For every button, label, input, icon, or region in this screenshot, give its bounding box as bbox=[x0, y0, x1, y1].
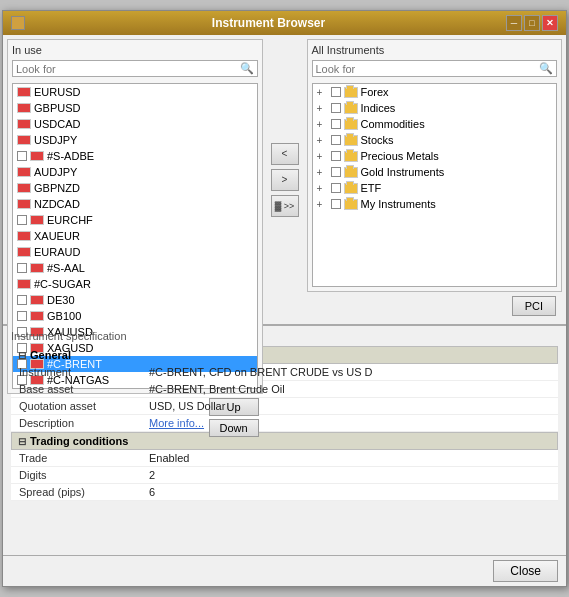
list-item[interactable]: GBPNZD bbox=[13, 180, 257, 196]
tree-checkbox[interactable] bbox=[331, 183, 341, 193]
maximize-button[interactable]: □ bbox=[524, 15, 540, 31]
list-item[interactable]: #S-ADBE bbox=[13, 148, 257, 164]
all-instruments-search-input[interactable] bbox=[316, 63, 540, 75]
move-all-button[interactable]: ▓ >> bbox=[271, 195, 299, 217]
tree-item[interactable]: +My Instruments bbox=[313, 196, 557, 212]
tree-item[interactable]: +Commodities bbox=[313, 116, 557, 132]
flag-icon bbox=[17, 279, 31, 289]
tree-item[interactable]: +Precious Metals bbox=[313, 148, 557, 164]
base-asset-value: #C-BRENT, Brent Crude Oil bbox=[141, 381, 558, 398]
list-item[interactable]: XAUEUR bbox=[13, 228, 257, 244]
tree-expand-icon: + bbox=[317, 103, 329, 114]
in-use-search-box: 🔍 bbox=[12, 60, 258, 77]
list-item[interactable]: EURUSD bbox=[13, 84, 257, 100]
in-use-search-icon: 🔍 bbox=[240, 62, 254, 75]
tree-item-label: ETF bbox=[361, 182, 382, 194]
folder-icon bbox=[344, 167, 358, 178]
tree-item[interactable]: +ETF bbox=[313, 180, 557, 196]
list-item[interactable]: DE30 bbox=[13, 292, 257, 308]
tree-expand-icon: + bbox=[317, 87, 329, 98]
tree-expand-icon: + bbox=[317, 135, 329, 146]
more-info-link[interactable]: More info... bbox=[149, 417, 204, 429]
tree-item-label: My Instruments bbox=[361, 198, 436, 210]
trading-conditions-group-header[interactable]: ⊟ Trading conditions bbox=[11, 432, 558, 450]
item-checkbox[interactable] bbox=[17, 295, 27, 305]
spread-label: Spread (pips) bbox=[11, 484, 141, 501]
list-item[interactable]: EURAUD bbox=[13, 244, 257, 260]
minimize-button[interactable]: ─ bbox=[506, 15, 522, 31]
item-label: DE30 bbox=[47, 294, 75, 306]
trading-conditions-collapse-icon: ⊟ bbox=[18, 436, 26, 447]
in-use-search-input[interactable] bbox=[16, 63, 240, 75]
flag-icon bbox=[17, 183, 31, 193]
list-item[interactable]: USDCAD bbox=[13, 116, 257, 132]
item-label: XAUEUR bbox=[34, 230, 80, 242]
window-icon bbox=[11, 16, 25, 30]
item-label: #S-AAL bbox=[47, 262, 85, 274]
tree-checkbox[interactable] bbox=[331, 199, 341, 209]
folder-icon bbox=[344, 87, 358, 98]
trade-label: Trade bbox=[11, 450, 141, 467]
digits-label: Digits bbox=[11, 467, 141, 484]
tree-expand-icon: + bbox=[317, 151, 329, 162]
item-checkbox[interactable] bbox=[17, 311, 27, 321]
list-item[interactable]: #C-SUGAR bbox=[13, 276, 257, 292]
digits-value: 2 bbox=[141, 467, 558, 484]
general-group-label: General bbox=[30, 349, 71, 361]
tree-checkbox[interactable] bbox=[331, 135, 341, 145]
item-label: GBPUSD bbox=[34, 102, 80, 114]
all-instruments-label: All Instruments bbox=[312, 44, 558, 56]
flag-icon bbox=[17, 135, 31, 145]
item-checkbox[interactable] bbox=[17, 215, 27, 225]
list-item[interactable]: GB100 bbox=[13, 308, 257, 324]
in-use-panel: In use 🔍 EURUSDGBPUSDUSDCADUSDJPY#S-ADBE… bbox=[7, 39, 263, 320]
all-instruments-tree[interactable]: +Forex+Indices+Commodities+Stocks+Precio… bbox=[312, 83, 558, 287]
in-use-panel-header: In use 🔍 bbox=[8, 40, 262, 83]
close-button[interactable]: Close bbox=[493, 560, 558, 582]
flag-icon bbox=[30, 215, 44, 225]
item-checkbox[interactable] bbox=[17, 263, 27, 273]
tree-item[interactable]: +Forex bbox=[313, 84, 557, 100]
window-title: Instrument Browser bbox=[31, 16, 506, 30]
tree-item-label: Indices bbox=[361, 102, 396, 114]
move-left-button[interactable]: < bbox=[271, 143, 299, 165]
item-checkbox[interactable] bbox=[17, 151, 27, 161]
trading-conditions-spec-table: Trade Enabled Digits 2 Spread (pips) 6 bbox=[11, 450, 558, 501]
spread-value: 6 bbox=[141, 484, 558, 501]
quotation-asset-value: USD, US Dollar bbox=[141, 398, 558, 415]
all-instruments-panel-bottom: PCI bbox=[307, 292, 563, 320]
list-item[interactable]: EURCHF bbox=[13, 212, 257, 228]
tree-item-label: Commodities bbox=[361, 118, 425, 130]
tree-checkbox[interactable] bbox=[331, 103, 341, 113]
tree-item[interactable]: +Stocks bbox=[313, 132, 557, 148]
list-item[interactable]: USDJPY bbox=[13, 132, 257, 148]
list-item[interactable]: #S-AAL bbox=[13, 260, 257, 276]
tree-checkbox[interactable] bbox=[331, 151, 341, 161]
flag-icon bbox=[30, 151, 44, 161]
item-label: USDJPY bbox=[34, 134, 77, 146]
title-bar: Instrument Browser ─ □ ✕ bbox=[3, 11, 566, 35]
in-use-list[interactable]: EURUSDGBPUSDUSDCADUSDJPY#S-ADBEAUDJPYGBP… bbox=[12, 83, 258, 389]
tree-checkbox[interactable] bbox=[331, 167, 341, 177]
general-collapse-icon: ⊟ bbox=[18, 350, 26, 361]
list-item[interactable]: GBPUSD bbox=[13, 100, 257, 116]
list-item[interactable]: AUDJPY bbox=[13, 164, 257, 180]
tree-checkbox[interactable] bbox=[331, 87, 341, 97]
move-right-button[interactable]: > bbox=[271, 169, 299, 191]
flag-icon bbox=[17, 247, 31, 257]
tree-checkbox[interactable] bbox=[331, 119, 341, 129]
folder-icon bbox=[344, 135, 358, 146]
tree-expand-icon: + bbox=[317, 183, 329, 194]
item-label: #S-ADBE bbox=[47, 150, 94, 162]
table-row: Quotation asset USD, US Dollar bbox=[11, 398, 558, 415]
table-row: Spread (pips) 6 bbox=[11, 484, 558, 501]
window-close-button[interactable]: ✕ bbox=[542, 15, 558, 31]
list-item[interactable]: NZDCAD bbox=[13, 196, 257, 212]
down-button[interactable]: Down bbox=[209, 419, 259, 437]
pci-button[interactable]: PCI bbox=[512, 296, 556, 316]
flag-icon bbox=[30, 311, 44, 321]
tree-item[interactable]: +Gold Instruments bbox=[313, 164, 557, 180]
tree-item[interactable]: +Indices bbox=[313, 100, 557, 116]
flag-icon bbox=[17, 119, 31, 129]
folder-icon bbox=[344, 199, 358, 210]
